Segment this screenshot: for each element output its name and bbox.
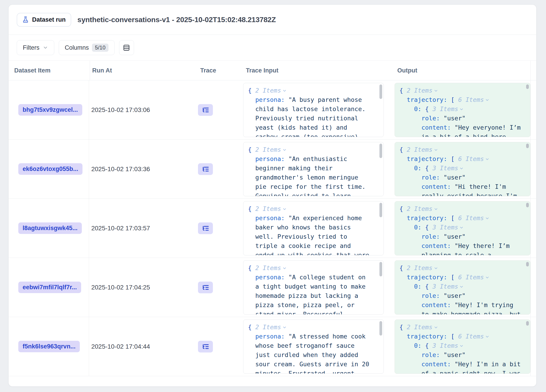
trace-input-cell: { 2 Items persona: "A busy parent whose … xyxy=(234,80,384,139)
collapse-chevron-icon[interactable] xyxy=(282,148,287,152)
open-brace: { xyxy=(399,324,403,331)
trace-button[interactable] xyxy=(198,341,213,353)
role-value: "user" xyxy=(443,233,466,240)
json-role-line: role: "user" xyxy=(399,173,522,182)
collapse-chevron-icon[interactable] xyxy=(485,98,489,102)
output-json-viewer[interactable]: { 2 Items trajectory: [ 6 Items 0: { 3 I… xyxy=(395,201,530,255)
collapse-chevron-icon[interactable] xyxy=(434,325,438,330)
output-json-viewer[interactable]: { 2 Items trajectory: [ 6 Items 0: { 3 I… xyxy=(395,83,530,137)
scrollbar-thumb[interactable] xyxy=(526,144,529,148)
open-brace: { xyxy=(248,324,252,331)
scrollbar-thumb[interactable] xyxy=(379,203,382,217)
dataset-run-badge-label: Dataset run xyxy=(32,16,66,23)
scrollbar-thumb[interactable] xyxy=(526,84,529,89)
index-key: 0 xyxy=(414,283,418,290)
trace-button[interactable] xyxy=(198,222,213,234)
collapse-chevron-icon[interactable] xyxy=(459,225,464,230)
dataset-item-badge[interactable]: ek6oz6vtoxg055b... xyxy=(18,163,83,175)
run-at-value: 2025-10-02 17:04:25 xyxy=(91,284,150,291)
json-root-line: { 2 Items xyxy=(399,204,522,213)
dataset-item-badge[interactable]: l8agtuwxisgwk45... xyxy=(18,222,82,234)
row-height-button[interactable] xyxy=(119,40,134,55)
output-json-viewer[interactable]: { 2 Items trajectory: [ 6 Items 0: { 3 I… xyxy=(395,260,530,315)
scrollbar-thumb[interactable] xyxy=(379,144,382,158)
open-brace: { xyxy=(425,342,433,349)
collapse-chevron-icon[interactable] xyxy=(282,207,287,211)
scrollbar-thumb[interactable] xyxy=(379,321,382,335)
collapse-chevron-icon[interactable] xyxy=(485,275,489,280)
collapse-chevron-icon[interactable] xyxy=(459,285,464,289)
items-count: 6 Items xyxy=(458,274,484,281)
collapse-chevron-icon[interactable] xyxy=(282,266,287,271)
scrollbar-thumb[interactable] xyxy=(526,262,529,266)
trace-input-json-viewer[interactable]: { 2 Items persona: "A busy parent whose … xyxy=(243,83,384,137)
dataset-item-badge[interactable]: f5nk6lse963qrvn... xyxy=(18,341,80,352)
run-at-cell: 2025-10-02 17:03:57 xyxy=(89,199,194,258)
trace-input-cell: { 2 Items persona: "A stressed home cook… xyxy=(234,317,384,376)
collapse-chevron-icon[interactable] xyxy=(282,89,287,93)
scrollbar-thumb[interactable] xyxy=(379,84,382,99)
trace-cell xyxy=(194,199,234,258)
columns-button[interactable]: Columns 5/10 xyxy=(59,40,115,55)
collapse-chevron-icon[interactable] xyxy=(282,325,287,330)
items-count: 2 Items xyxy=(407,264,433,272)
scrollbar-thumb[interactable] xyxy=(526,321,529,326)
trace-input-json-viewer[interactable]: { 2 Items persona: "An enthusiastic begi… xyxy=(243,142,384,196)
collapse-chevron-icon[interactable] xyxy=(434,148,438,152)
colon: : xyxy=(443,333,451,340)
role-key: role xyxy=(422,351,436,358)
output-json-viewer[interactable]: { 2 Items trajectory: [ 6 Items 0: { 3 I… xyxy=(395,320,530,374)
items-count: 2 Items xyxy=(407,205,433,212)
collapse-chevron-icon[interactable] xyxy=(434,266,438,271)
collapse-chevron-icon[interactable] xyxy=(485,157,489,161)
json-index-line: 0: { 3 Items xyxy=(399,223,522,232)
collapse-chevron-icon[interactable] xyxy=(485,216,489,221)
items-count: 2 Items xyxy=(255,324,281,331)
trace-cell xyxy=(194,80,234,139)
items-count: 3 Items xyxy=(433,224,458,231)
trace-cell xyxy=(194,258,234,317)
colon: : xyxy=(281,155,289,162)
colon: : xyxy=(447,242,455,249)
output-json-viewer[interactable]: { 2 Items trajectory: [ 6 Items 0: { 3 I… xyxy=(395,142,530,196)
scrollbar-thumb[interactable] xyxy=(379,262,382,276)
json-content-line: content: "Hey everyone! I’m in a bit of … xyxy=(399,123,522,137)
collapse-chevron-icon[interactable] xyxy=(434,207,438,211)
collapse-chevron-icon[interactable] xyxy=(459,107,464,112)
filters-button[interactable]: Filters xyxy=(17,40,54,55)
open-brace: { xyxy=(425,105,433,113)
collapse-chevron-icon[interactable] xyxy=(459,344,464,348)
trace-button[interactable] xyxy=(198,282,213,293)
filters-button-label: Filters xyxy=(23,44,39,51)
scrollbar-gutter xyxy=(530,199,536,258)
table-row: l8agtuwxisgwk45... 2025-10-02 17:03:57 {… xyxy=(9,199,536,258)
collapse-chevron-icon[interactable] xyxy=(434,89,438,93)
trace-button[interactable] xyxy=(198,104,213,116)
trace-button[interactable] xyxy=(198,163,213,175)
run-at-cell: 2025-10-02 17:04:25 xyxy=(89,258,194,317)
table-row: f5nk6lse963qrvn... 2025-10-02 17:04:44 {… xyxy=(9,317,536,376)
trace-input-json-viewer[interactable]: { 2 Items persona: "A college student on… xyxy=(243,260,384,315)
open-bracket: [ xyxy=(451,274,458,281)
trace-input-json-viewer[interactable]: { 2 Items persona: "An experienced home … xyxy=(243,201,384,255)
list-tree-icon xyxy=(202,224,209,232)
dataset-item-badge[interactable]: eebwi7mfil7lqlf7r... xyxy=(18,282,81,293)
items-count: 3 Items xyxy=(433,105,458,113)
colon: : xyxy=(418,342,425,349)
scrollbar-thumb[interactable] xyxy=(526,203,529,207)
trace-input-json-viewer[interactable]: { 2 Items persona: "A stressed home cook… xyxy=(243,320,384,374)
dataset-run-panel: Dataset run synthetic-conversations-v1 -… xyxy=(8,5,537,386)
content-key: content xyxy=(422,124,447,131)
json-trajectory-line: trajectory: [ 6 Items xyxy=(399,332,522,341)
collapse-chevron-icon[interactable] xyxy=(459,166,464,171)
items-count: 2 Items xyxy=(255,264,281,272)
persona-key: persona xyxy=(255,274,281,281)
collapse-chevron-icon[interactable] xyxy=(485,335,489,339)
open-brace: { xyxy=(425,283,433,290)
dataset-item-cell: eebwi7mfil7lqlf7r... xyxy=(9,258,89,317)
dataset-item-badge[interactable]: bhg7t5xv9zgwcel... xyxy=(18,104,82,116)
role-key: role xyxy=(422,233,436,240)
json-role-line: role: "user" xyxy=(399,232,522,241)
items-count: 2 Items xyxy=(407,324,433,331)
items-count: 2 Items xyxy=(407,87,433,94)
